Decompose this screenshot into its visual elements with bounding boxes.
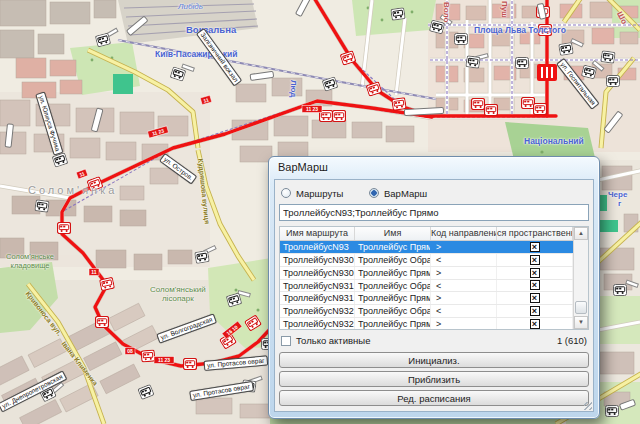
svg-text:11 23: 11 23: [306, 106, 318, 112]
zoom-to-button[interactable]: Приблизить: [279, 371, 589, 387]
routes-table: Имя маршрута Имя Код направления ся прос…: [279, 226, 589, 330]
spatial-checkbox[interactable]: ×: [530, 319, 540, 329]
table-row[interactable]: ТроллейбусN932 Троллейбус Прямо > ×: [280, 318, 573, 329]
table-header-row: Имя маршрута Имя Код направления ся прос…: [280, 227, 573, 241]
spatial-checkbox[interactable]: ×: [530, 293, 540, 303]
dialog-client-area: Маршруты ВарМарш Имя маршрута Имя Код на…: [274, 179, 594, 412]
scroll-up-button[interactable]: ▲: [574, 227, 588, 240]
column-header-route[interactable]: Имя маршрута: [280, 227, 355, 240]
svg-text:11: 11: [91, 269, 97, 275]
table-scrollbar[interactable]: ▲ ▼: [573, 227, 588, 329]
initialize-button[interactable]: Инициализ.: [279, 352, 589, 368]
radio-circle-icon: [281, 188, 291, 198]
table-row[interactable]: ТроллейбусN932 Троллейбус Обратно < ×: [280, 305, 573, 318]
filter-options-row: Только активные 1 (610): [279, 334, 589, 347]
dialog-titlebar[interactable]: ВарМарш: [269, 157, 599, 178]
table-row[interactable]: ТроллейбусN93 Троллейбус Прямо > ×: [280, 241, 573, 254]
routes-table-content: Имя маршрута Имя Код направления ся прос…: [280, 227, 573, 329]
scrollbar-thumb[interactable]: [575, 301, 587, 314]
resize-grip[interactable]: [584, 402, 592, 410]
route-terminal: [537, 64, 557, 81]
scrollbar-track[interactable]: [574, 240, 588, 316]
spatial-checkbox[interactable]: ×: [530, 242, 540, 252]
table-row[interactable]: ТроллейбусN930 Троллейбус Обратно < ×: [280, 254, 573, 267]
only-active-label: Только активные: [296, 335, 370, 346]
column-header-spatial[interactable]: ся пространственным в: [497, 227, 573, 240]
spatial-checkbox[interactable]: ×: [530, 280, 540, 290]
svg-text:08: 08: [127, 348, 133, 354]
mode-radio-group: Маршруты ВарМарш: [281, 186, 589, 200]
radio-marshruty[interactable]: Маршруты: [281, 188, 361, 199]
table-row[interactable]: ТроллейбусN931 Троллейбус Обратно < ×: [280, 280, 573, 293]
column-header-name[interactable]: Имя: [355, 227, 431, 240]
svg-text:11 23: 11 23: [158, 357, 170, 363]
table-row[interactable]: ТроллейбусN930 Троллейбус Прямо > ×: [280, 267, 573, 280]
spatial-checkbox[interactable]: ×: [530, 306, 540, 316]
record-count: 1 (610): [557, 335, 589, 346]
edit-schedule-button[interactable]: Ред. расписания: [279, 390, 589, 406]
spatial-checkbox[interactable]: ×: [530, 255, 540, 265]
table-row[interactable]: ТроллейбусN931 Троллейбус Прямо > ×: [280, 292, 573, 305]
filter-input[interactable]: [279, 204, 589, 221]
radio-varmarsh-label: ВарМарш: [384, 188, 427, 199]
app-window: 11 11 23 11 11 08 11 23 16 10 11 23 Либі…: [0, 0, 640, 424]
column-header-direction[interactable]: Код направления: [431, 227, 497, 240]
radio-marshruty-label: Маршруты: [296, 188, 343, 199]
radio-circle-selected-icon: [369, 188, 379, 198]
only-active-checkbox[interactable]: [281, 336, 291, 346]
scroll-down-button[interactable]: ▼: [574, 316, 588, 329]
spatial-checkbox[interactable]: ×: [530, 268, 540, 278]
varmarsh-dialog: ВарМарш Маршруты ВарМарш Имя маршрута: [268, 156, 600, 419]
dialog-title: ВарМарш: [278, 161, 328, 173]
radio-varmarsh[interactable]: ВарМарш: [369, 188, 449, 199]
